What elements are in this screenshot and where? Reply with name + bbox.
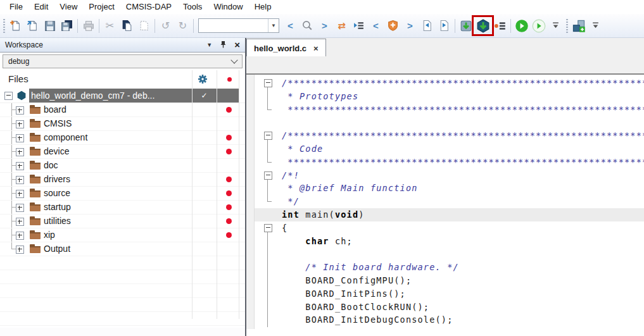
toolbar-grip[interactable] xyxy=(566,19,568,33)
prev-file-button[interactable] xyxy=(419,17,436,34)
open-file-button[interactable] xyxy=(24,17,41,34)
expand-icon[interactable] xyxy=(16,232,24,240)
code-line[interactable]: */ xyxy=(246,195,644,208)
tree-item-component[interactable]: component xyxy=(0,131,245,145)
code-line[interactable] xyxy=(246,116,644,129)
fold-box-icon[interactable] xyxy=(264,79,272,87)
tree-item-board[interactable]: board xyxy=(0,103,245,117)
code-line[interactable]: BOARD_BootClockRUN(); xyxy=(246,301,644,314)
expand-icon[interactable] xyxy=(16,162,24,170)
expand-icon[interactable] xyxy=(16,148,24,156)
custom-blocks-button[interactable] xyxy=(570,17,587,34)
fold-box-icon[interactable] xyxy=(264,224,272,232)
code-line[interactable]: BOARD_InitDebugConsole(); xyxy=(246,313,644,327)
code-line[interactable]: * Code xyxy=(246,142,644,156)
menu-help[interactable]: Help xyxy=(249,0,277,14)
undo-button[interactable]: ↺ xyxy=(157,17,174,34)
redo-button[interactable]: ↻ xyxy=(174,17,191,34)
code-line[interactable]: { xyxy=(246,221,644,235)
collapse-icon[interactable] xyxy=(4,92,13,100)
fold-collapse-icon[interactable] xyxy=(263,169,274,182)
code-line[interactable]: int main(void) xyxy=(246,208,644,221)
combo-dropdown-icon[interactable]: ▼ xyxy=(268,19,279,32)
copy-button[interactable] xyxy=(118,17,136,34)
expand-icon[interactable] xyxy=(16,134,24,142)
fold-collapse-icon[interactable] xyxy=(263,129,274,142)
run-button[interactable] xyxy=(513,17,530,34)
expand-icon[interactable] xyxy=(16,106,24,115)
code-line[interactable] xyxy=(246,247,644,261)
next-file-button[interactable] xyxy=(436,17,453,34)
expand-icon[interactable] xyxy=(16,120,24,128)
tab-hello-world-c[interactable]: hello_world.c × xyxy=(246,39,326,57)
new-file-button[interactable] xyxy=(7,17,24,34)
config-dropdown[interactable]: debug xyxy=(3,54,243,68)
fold-box-icon[interactable] xyxy=(264,171,272,180)
fold-collapse-icon[interactable] xyxy=(263,221,274,235)
code-line[interactable]: /*! xyxy=(246,169,644,182)
toolbar-overflow-button-2[interactable] xyxy=(587,17,604,34)
save-button[interactable] xyxy=(41,17,58,34)
tree-item-source[interactable]: source xyxy=(0,187,245,201)
tree-item-xip[interactable]: xip xyxy=(0,228,245,242)
cut-button[interactable]: ✂ xyxy=(101,17,118,34)
toolbar-overflow-button[interactable] xyxy=(547,17,564,34)
nav-right-button[interactable]: > xyxy=(316,17,333,34)
tree-item-startup[interactable]: startup xyxy=(0,201,245,215)
find-next-button[interactable] xyxy=(299,17,316,34)
code-line[interactable]: ****************************************… xyxy=(246,103,644,116)
tree-item-project-root[interactable]: hello_world_demo_cm7 - deb... ✓ xyxy=(0,89,245,103)
nav-left-button[interactable]: < xyxy=(282,17,299,34)
tab-close-icon[interactable]: × xyxy=(313,44,319,53)
next-bookmark-button[interactable]: > xyxy=(401,17,419,34)
toolbar-grip[interactable] xyxy=(3,19,5,33)
code-line[interactable]: * Prototypes xyxy=(246,90,644,103)
expand-icon[interactable] xyxy=(16,218,24,226)
find-combo[interactable]: ▼ xyxy=(198,18,279,33)
tree-item-utilities[interactable]: utilities xyxy=(0,215,245,228)
expand-icon[interactable] xyxy=(16,204,24,212)
tree-item-drivers[interactable]: drivers xyxy=(0,173,245,187)
expand-icon[interactable] xyxy=(16,246,24,254)
code-line[interactable]: * @brief Main function xyxy=(246,182,644,195)
fold-collapse-icon[interactable] xyxy=(263,77,274,90)
menu-edit[interactable]: Edit xyxy=(28,0,54,14)
swap-arrows-button[interactable]: ⇄ xyxy=(333,17,350,34)
bookmark-button[interactable] xyxy=(384,17,401,34)
goto-list-button[interactable] xyxy=(350,17,367,34)
code-line[interactable]: BOARD_ConfigMPU(); xyxy=(246,274,644,287)
workspace-titlebar[interactable]: Workspace ▼ × xyxy=(0,38,245,53)
print-button[interactable] xyxy=(80,17,97,34)
code-line[interactable]: BOARD_InitPins(); xyxy=(246,287,644,301)
close-icon[interactable]: × xyxy=(234,41,240,49)
window-menu-icon[interactable]: ▼ xyxy=(206,42,212,48)
code-line[interactable]: /***************************************… xyxy=(246,77,644,90)
download-button[interactable] xyxy=(457,17,474,34)
code-line[interactable]: /***************************************… xyxy=(246,129,644,142)
menu-view[interactable]: View xyxy=(54,0,83,14)
run-secondary-button[interactable] xyxy=(530,17,547,34)
code-line[interactable]: ****************************************… xyxy=(246,156,644,169)
pin-icon[interactable] xyxy=(220,40,227,49)
menu-window[interactable]: Window xyxy=(208,0,248,14)
menu-file[interactable]: File xyxy=(4,0,28,14)
expand-icon[interactable] xyxy=(16,190,24,198)
download-and-debug-button[interactable] xyxy=(474,17,491,34)
code-line[interactable]: /* Init board hardware. */ xyxy=(246,261,644,274)
tree-item-cmsis[interactable]: CMSIS xyxy=(0,117,245,131)
expand-icon[interactable] xyxy=(16,176,24,184)
tree-item-doc[interactable]: doc xyxy=(0,159,245,173)
tree-item-output[interactable]: Output xyxy=(0,242,245,256)
gear-icon[interactable] xyxy=(198,74,208,87)
code-line[interactable]: char ch; xyxy=(246,235,644,248)
menu-cmsis-dap[interactable]: CMSIS-DAP xyxy=(120,0,177,14)
paste-button[interactable] xyxy=(136,17,153,34)
prev-bookmark-button[interactable]: < xyxy=(367,17,384,34)
tree-item-device[interactable]: device xyxy=(0,145,245,159)
menu-tools[interactable]: Tools xyxy=(177,0,208,14)
code-editor[interactable]: /***************************************… xyxy=(246,75,644,329)
debug-without-downloading-button[interactable] xyxy=(491,17,508,34)
fold-box-icon[interactable] xyxy=(264,132,272,140)
save-all-button[interactable] xyxy=(58,17,75,34)
menu-project[interactable]: Project xyxy=(83,0,120,14)
